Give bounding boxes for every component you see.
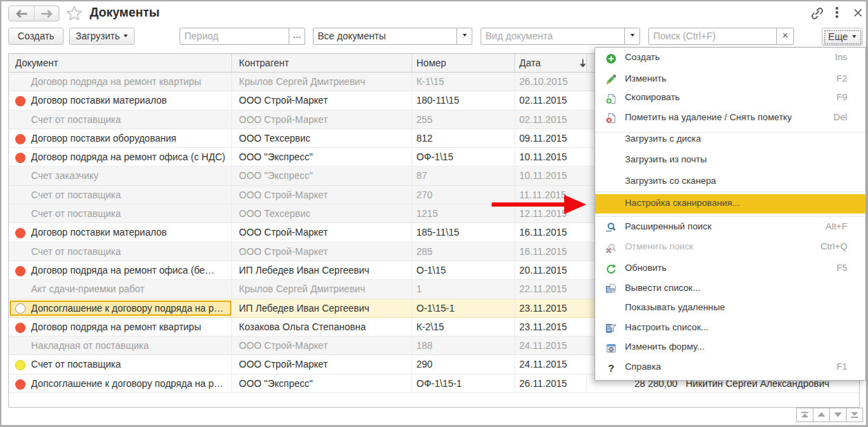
svg-text:?: ? bbox=[608, 362, 614, 373]
